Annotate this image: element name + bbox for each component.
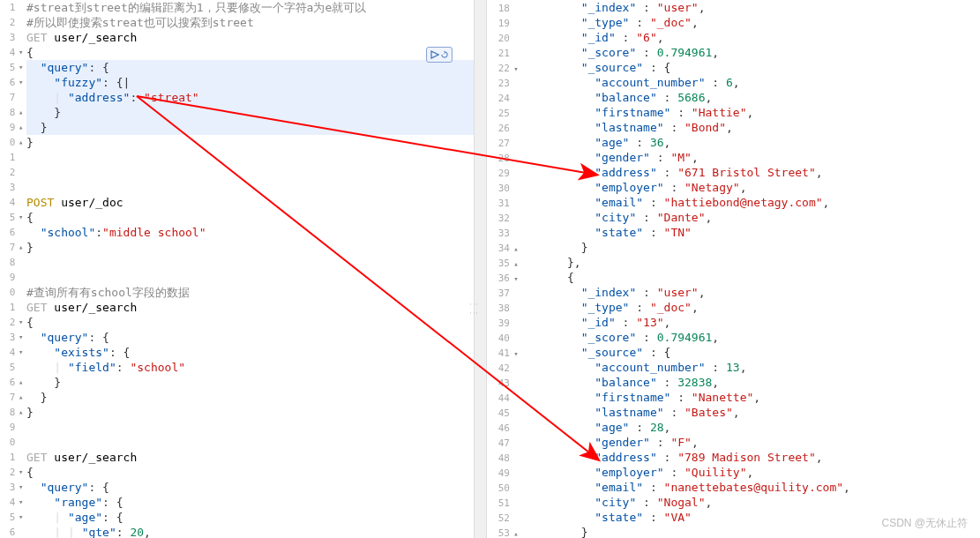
response-line: "state" : "TN" — [526, 225, 980, 240]
response-line: "address" : "789 Madison Street", — [526, 450, 980, 465]
code-line[interactable]: "school":"middle school" — [26, 225, 474, 240]
response-line: "_score" : 0.794961, — [526, 45, 980, 60]
code-line[interactable] — [26, 180, 474, 195]
code-line[interactable]: "fuzzy": {| — [26, 75, 474, 90]
split-scrollbar[interactable]: ⋮⋮ — [475, 0, 487, 538]
code-line[interactable] — [26, 255, 474, 270]
response-line: "_type" : "_doc", — [526, 15, 980, 30]
code-line[interactable]: "query": { — [26, 480, 474, 495]
code-line[interactable]: GET user/_search — [26, 300, 474, 315]
code-line[interactable]: GET user/_search — [26, 30, 474, 45]
response-line: "account_number" : 6, — [526, 75, 980, 90]
run-button[interactable] — [426, 47, 453, 63]
response-code: "_index" : "user", "_type" : "_doc", "_i… — [526, 0, 980, 538]
response-line: "employer" : "Netagy", — [526, 180, 980, 195]
code-line[interactable]: } — [26, 390, 474, 405]
response-line: "_source" : { — [526, 345, 980, 360]
code-line[interactable]: } — [26, 375, 474, 390]
response-line: "balance" : 5686, — [526, 90, 980, 105]
watermark: CSDN @无休止符 — [881, 516, 968, 531]
response-line: "firstname" : "Hattie", — [526, 105, 980, 120]
code-line[interactable]: { — [26, 315, 474, 330]
code-line[interactable]: "query": { — [26, 330, 474, 345]
code-line[interactable]: } — [26, 240, 474, 255]
code-line[interactable]: { — [26, 465, 474, 480]
code-line[interactable]: { — [26, 210, 474, 225]
response-line: "age" : 28, — [526, 420, 980, 435]
code-line[interactable]: } — [26, 135, 474, 150]
response-line: "_id" : "6", — [526, 30, 980, 45]
code-line[interactable]: "query": { — [26, 60, 474, 75]
code-line[interactable]: "range": { — [26, 495, 474, 510]
code-line[interactable] — [26, 435, 474, 450]
code-line[interactable]: | "age": { — [26, 510, 474, 525]
response-line: "_source" : { — [526, 60, 980, 75]
response-line: "lastname" : "Bond", — [526, 120, 980, 135]
code-line[interactable]: } — [26, 105, 474, 120]
response-line: "_id" : "13", — [526, 315, 980, 330]
response-line: "_index" : "user", — [526, 285, 980, 300]
response-line: "employer" : "Quility", — [526, 465, 980, 480]
response-line: "balance" : 32838, — [526, 375, 980, 390]
code-line[interactable]: { — [26, 45, 474, 60]
code-line[interactable]: #查询所有有school字段的数据 — [26, 285, 474, 300]
response-line: { — [526, 270, 980, 285]
response-line: "age" : 36, — [526, 135, 980, 150]
code-line[interactable]: | "address": "streat" — [26, 90, 474, 105]
code-line[interactable]: | "field": "school" — [26, 360, 474, 375]
code-line[interactable]: "exists": { — [26, 345, 474, 360]
response-line: "lastname" : "Bates", — [526, 405, 980, 420]
code-line[interactable]: #所以即使搜索streat也可以搜索到street — [26, 15, 474, 30]
response-line: "gender" : "F", — [526, 435, 980, 450]
code-line[interactable]: #streat到street的编辑距离为1，只要修改一个字符a为e就可以 — [26, 0, 474, 15]
left-gutter: 1234▾5▾6▾78▴9▴0▴12345▾67▴89012▾3▾4▾56▴7▴… — [0, 0, 25, 538]
response-line: "email" : "nanettebates@quility.com", — [526, 480, 980, 495]
response-line: } — [526, 240, 980, 255]
response-line: }, — [526, 255, 980, 270]
response-line: "gender" : "M", — [526, 150, 980, 165]
response-line: "city" : "Dante", — [526, 210, 980, 225]
response-line: "_score" : 0.794961, — [526, 330, 980, 345]
drag-handle-icon[interactable]: ⋮⋮ — [469, 300, 479, 318]
code-line[interactable] — [26, 165, 474, 180]
response-line: "_index" : "user", — [526, 0, 980, 15]
code-line[interactable] — [26, 150, 474, 165]
request-code[interactable]: #streat到street的编辑距离为1，只要修改一个字符a为e就可以#所以即… — [26, 0, 474, 538]
response-line: "_type" : "_doc", — [526, 300, 980, 315]
code-line[interactable] — [26, 420, 474, 435]
code-line[interactable] — [26, 270, 474, 285]
code-line[interactable]: | | "gte": 20, — [26, 525, 474, 538]
response-line: "city" : "Nogal", — [526, 495, 980, 510]
response-line: "email" : "hattiebond@netagy.com", — [526, 195, 980, 210]
code-line[interactable]: } — [26, 405, 474, 420]
code-line[interactable]: } — [26, 120, 474, 135]
response-line: "account_number" : 13, — [526, 360, 980, 375]
code-line[interactable]: POST user/_doc — [26, 195, 474, 210]
response-line: "firstname" : "Nanette", — [526, 390, 980, 405]
request-editor-pane[interactable]: 1234▾5▾6▾78▴9▴0▴12345▾67▴89012▾3▾4▾56▴7▴… — [0, 0, 475, 538]
code-line[interactable]: GET user/_search — [26, 450, 474, 465]
response-pane[interactable]: 1819202122▾232425262728293031323334▴35▴3… — [487, 0, 980, 538]
right-gutter: 1819202122▾232425262728293031323334▴35▴3… — [487, 0, 522, 538]
response-line: "address" : "671 Bristol Street", — [526, 165, 980, 180]
